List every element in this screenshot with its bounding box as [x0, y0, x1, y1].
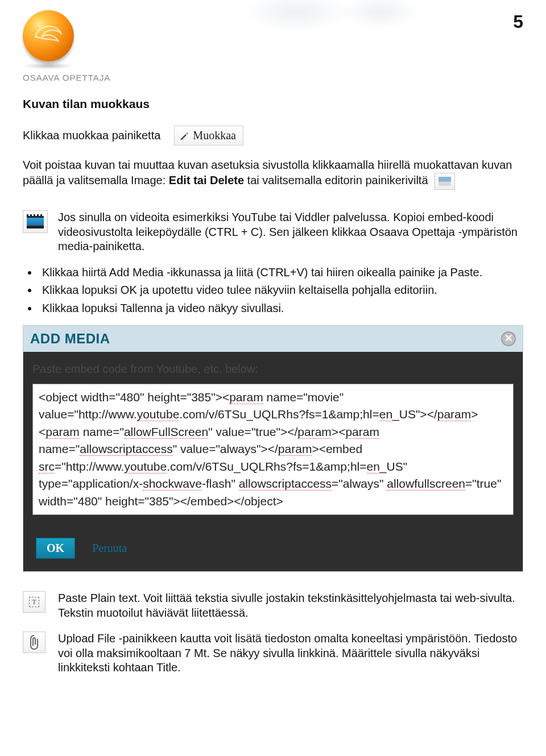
upload-file-button-icon[interactable]: [23, 632, 46, 653]
video-toolbar-button-icon[interactable]: [23, 210, 48, 233]
cancel-link[interactable]: Peruuta: [92, 541, 127, 556]
logo: OSAAVA OPETTAJA: [23, 10, 546, 82]
pencil-icon: [179, 131, 189, 141]
paste-plain-paragraph: Paste Plain text. Voit liittää tekstia s…: [58, 591, 523, 620]
add-media-dialog: ADD MEDIA ✕ Paste embed code from Youtub…: [23, 325, 523, 572]
embed-code-textarea[interactable]: <object width="480" height="385"><param …: [32, 384, 514, 515]
video-paragraph: Jos sinulla on videoita esimerkiksi YouT…: [58, 210, 523, 254]
logo-orb-icon: [23, 10, 74, 61]
list-item: Klikkaa lopuksi OK ja upotettu video tul…: [39, 283, 523, 298]
page-number: 5: [513, 11, 523, 32]
list-item: Klikkaa lopuksi Tallenna ja video näkyy …: [39, 301, 523, 316]
image-toolbar-button-icon[interactable]: [435, 173, 455, 190]
section-title: Kuvan tilan muokkaus: [23, 97, 523, 112]
instruction-list: Klikkaa hiirtä Add Media -ikkunassa ja l…: [39, 265, 523, 316]
ok-button[interactable]: OK: [36, 538, 75, 559]
muokkaa-button-label: Muokkaa: [193, 128, 236, 143]
list-item: Klikkaa hiirtä Add Media -ikkunassa ja l…: [39, 265, 523, 280]
intro-paragraph: Voit poistaa kuvan tai muuttaa kuvan ase…: [23, 158, 523, 190]
close-icon[interactable]: ✕: [501, 331, 516, 346]
logo-text: OSAAVA OPETTAJA: [23, 73, 546, 82]
muokkaa-button[interactable]: Muokkaa: [174, 126, 243, 146]
dialog-hint: Paste embed code from Youtube, etc. belo…: [32, 362, 514, 377]
click-edit-text: Klikkaa muokkaa painiketta: [23, 128, 160, 143]
upload-file-paragraph: Upload File -painikkeen kautta voit lisä…: [58, 632, 523, 675]
paste-plain-text-button-icon[interactable]: T: [23, 591, 46, 613]
dialog-title: ADD MEDIA: [30, 330, 110, 348]
